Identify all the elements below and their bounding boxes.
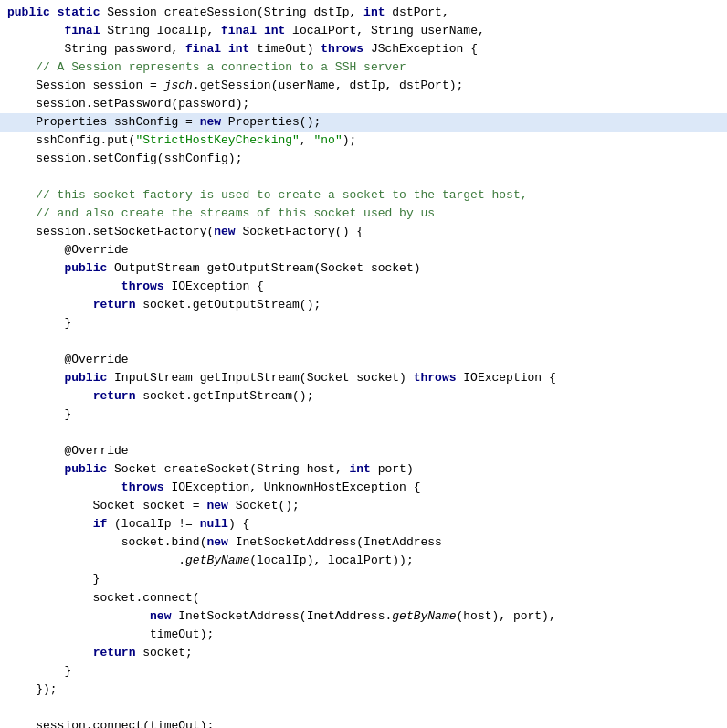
code-line: } — [0, 314, 727, 332]
code-line — [0, 332, 727, 351]
code-line: return socket; — [0, 644, 727, 662]
code-line-highlighted: Properties sshConfig = new Properties(); — [0, 113, 727, 132]
code-line: public OutputStream getOutputStream(Sock… — [0, 259, 727, 278]
code-line: } — [0, 406, 727, 424]
code-line: @Override — [0, 241, 727, 259]
code-container: public static Session createSession(Stri… — [0, 0, 727, 728]
code-line: session.connect(timeOut); — [0, 717, 727, 728]
code-line — [0, 699, 727, 717]
code-line: .getByName(localIp), localPort)); — [0, 552, 727, 570]
code-line: public static Session createSession(Stri… — [0, 4, 727, 22]
code-line: String password, final int timeOut) thro… — [0, 40, 727, 58]
code-line: return socket.getInputStream(); — [0, 387, 727, 406]
code-line: } — [0, 662, 727, 681]
code-line: return socket.getOutputStream(); — [0, 296, 727, 314]
code-line: session.setPassword(password); — [0, 95, 727, 113]
code-line: @Override — [0, 351, 727, 369]
code-line: session.setConfig(sshConfig); — [0, 150, 727, 168]
code-line: throws IOException, UnknownHostException… — [0, 479, 727, 497]
code-line: // and also create the streams of this s… — [0, 205, 727, 223]
code-line: socket.connect( — [0, 589, 727, 607]
code-line: } — [0, 570, 727, 588]
code-line — [0, 168, 727, 186]
code-line: }); — [0, 681, 727, 699]
code-line — [0, 424, 727, 442]
code-line: // A Session represents a connection to … — [0, 58, 727, 77]
code-line: socket.bind(new InetSocketAddress(InetAd… — [0, 533, 727, 552]
code-line: // this socket factory is used to create… — [0, 186, 727, 205]
code-line: timeOut); — [0, 626, 727, 644]
code-line: final String localIp, final int localPor… — [0, 22, 727, 40]
code-line: @Override — [0, 442, 727, 460]
code-line: session.setSocketFactory(new SocketFacto… — [0, 223, 727, 241]
code-line: public InputStream getInputStream(Socket… — [0, 369, 727, 387]
code-line: sshConfig.put("StrictHostKeyChecking", "… — [0, 132, 727, 150]
code-line: throws IOException { — [0, 278, 727, 296]
code-line: new InetSocketAddress(InetAddress.getByN… — [0, 607, 727, 626]
code-line: if (localIp != null) { — [0, 515, 727, 533]
code-line: Socket socket = new Socket(); — [0, 497, 727, 515]
code-line: public Socket createSocket(String host, … — [0, 460, 727, 479]
code-line: Session session = jsch.getSession(userNa… — [0, 77, 727, 95]
